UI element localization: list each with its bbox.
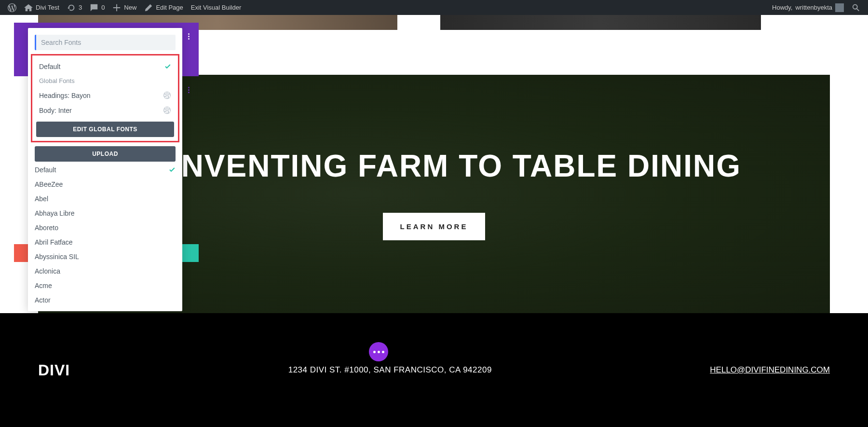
- font-search-input[interactable]: [35, 35, 176, 50]
- wp-admin-bar: Divi Test 3 0 New Edit Page Exit Visual …: [0, 0, 868, 15]
- upload-font-button[interactable]: UPLOAD: [35, 146, 176, 162]
- font-option[interactable]: Abhaya Libre: [35, 206, 176, 220]
- font-label: Abril Fatface: [35, 238, 73, 246]
- edit-page-menu[interactable]: Edit Page: [140, 0, 187, 15]
- dot-icon: [382, 351, 384, 353]
- font-option[interactable]: Default: [35, 163, 176, 177]
- search-toggle[interactable]: [848, 0, 864, 15]
- howdy-text: Howdy,: [772, 4, 792, 11]
- font-label: Aboreto: [35, 224, 58, 232]
- settings-panel-save[interactable]: [182, 244, 199, 262]
- font-option[interactable]: Abyssinica SIL: [35, 249, 176, 264]
- revisions-count: 3: [79, 4, 82, 11]
- revisions-menu[interactable]: 3: [63, 0, 86, 15]
- plus-icon: [112, 3, 121, 12]
- font-label: Headings: Bayon: [39, 92, 91, 99]
- font-option-default-global[interactable]: Default: [36, 59, 174, 74]
- footer: DIVI 1234 DIVI ST. #1000, SAN FRANCISCO,…: [0, 313, 868, 427]
- username-text: writtenbyekta: [795, 4, 832, 11]
- check-icon: [168, 166, 176, 174]
- panel-header-more-icon[interactable]: [184, 32, 193, 41]
- font-dropdown-panel: Default Global Fonts Headings: Bayon Bod…: [28, 28, 182, 311]
- font-label: Default: [39, 63, 60, 70]
- font-label: ABeeZee: [35, 180, 63, 188]
- font-label: Acme: [35, 282, 52, 289]
- font-list: Default ABeeZee Abel Abhaya Libre Aboret…: [28, 162, 182, 307]
- hero-title: REINVENTING FARM TO TABLE DINING: [127, 148, 741, 184]
- font-option[interactable]: Aboreto: [35, 220, 176, 235]
- site-name-label: Divi Test: [36, 4, 59, 11]
- font-option[interactable]: Abel: [35, 192, 176, 206]
- globe-icon: [163, 106, 171, 114]
- font-label: Body: Inter: [39, 107, 72, 114]
- wordpress-icon: [8, 3, 16, 12]
- footer-email[interactable]: HELLO@DIVIFINEDINING.COM: [710, 365, 830, 375]
- global-fonts-highlight: Default Global Fonts Headings: Bayon Bod…: [31, 54, 179, 142]
- footer-address: 1234 DIVI ST. #1000, SAN FRANCISCO, CA 9…: [288, 365, 492, 375]
- exit-visual-builder[interactable]: Exit Visual Builder: [187, 0, 245, 15]
- font-label: Aclonica: [35, 267, 60, 275]
- top-image-right: [440, 15, 761, 30]
- check-icon: [164, 63, 171, 70]
- font-option[interactable]: Actor: [35, 293, 176, 307]
- dot-icon: [378, 351, 380, 353]
- font-label: Abyssinica SIL: [35, 253, 79, 261]
- search-icon: [852, 3, 860, 12]
- exit-builder-label: Exit Visual Builder: [191, 4, 242, 11]
- learn-more-button[interactable]: LEARN MORE: [383, 213, 486, 240]
- new-label: New: [124, 4, 136, 11]
- font-option[interactable]: Acme: [35, 278, 176, 293]
- comments-count: 0: [101, 4, 105, 11]
- dot-icon: [373, 351, 376, 353]
- globe-icon: [163, 91, 171, 99]
- font-option-headings[interactable]: Headings: Bayon: [36, 88, 174, 103]
- font-option[interactable]: ABeeZee: [35, 177, 176, 192]
- pencil-icon: [144, 3, 153, 12]
- edit-page-label: Edit Page: [156, 4, 183, 11]
- settings-panel-cancel[interactable]: [14, 244, 28, 262]
- new-content-menu[interactable]: New: [108, 0, 140, 15]
- site-name-menu[interactable]: Divi Test: [20, 0, 63, 15]
- footer-logo: DIVI: [38, 361, 70, 379]
- font-label: Actor: [35, 296, 51, 304]
- global-fonts-heading: Global Fonts: [36, 74, 174, 88]
- divi-page-settings-button[interactable]: [369, 342, 388, 361]
- font-option-body[interactable]: Body: Inter: [36, 103, 174, 118]
- font-option[interactable]: Abril Fatface: [35, 235, 176, 249]
- font-label: Abel: [35, 195, 48, 203]
- font-option[interactable]: Aclonica: [35, 264, 176, 278]
- comments-menu[interactable]: 0: [86, 0, 108, 15]
- wp-logo-menu[interactable]: [4, 0, 20, 15]
- edit-global-fonts-button[interactable]: EDIT GLOBAL FONTS: [36, 122, 174, 137]
- my-account-menu[interactable]: Howdy, writtenbyekta: [768, 0, 848, 15]
- font-label: Abhaya Libre: [35, 209, 75, 217]
- comment-icon: [90, 3, 98, 12]
- font-label: Default: [35, 166, 56, 174]
- home-icon: [24, 3, 33, 12]
- avatar: [835, 3, 844, 12]
- update-icon: [67, 3, 76, 12]
- panel-more-icon[interactable]: [184, 85, 193, 94]
